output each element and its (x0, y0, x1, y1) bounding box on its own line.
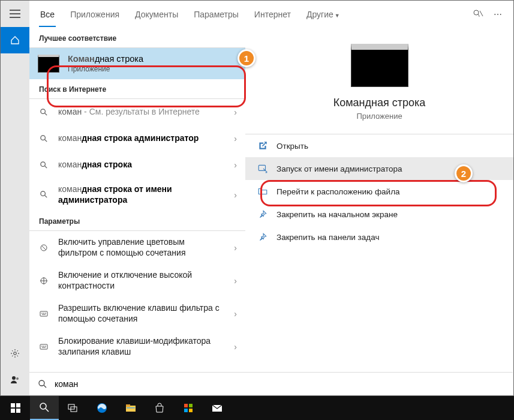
action-pin-taskbar[interactable]: Закрепить на панели задач (245, 226, 513, 248)
web-result-text: коман - См. результаты в Интернете (58, 107, 226, 118)
svg-point-4 (40, 109, 45, 113)
web-result[interactable]: командная строка администратор› (29, 125, 245, 152)
section-settings: Параметры (29, 211, 245, 231)
tab-apps[interactable]: Приложения (69, 7, 121, 22)
pin-taskbar-icon (257, 232, 268, 242)
settings-result-text: Блокирование клавиши-модификатора залипа… (58, 336, 226, 357)
settings-result-text: Включение и отключение высокой контрастн… (58, 270, 226, 291)
svg-rect-26 (189, 404, 193, 407)
web-result-text: командная строка (58, 160, 226, 170)
settings-result[interactable]: Блокирование клавиши-модификатора залипа… (29, 330, 245, 363)
tab-internet[interactable]: Интернет (253, 7, 292, 22)
tab-bar: Все Приложения Документы Параметры Интер… (29, 1, 513, 28)
taskbar-explorer[interactable] (116, 396, 145, 420)
search-icon (38, 379, 47, 389)
cmd-icon (38, 55, 59, 73)
taskbar (0, 396, 514, 420)
settings-result[interactable]: Включить управление цветовым фильтром с … (29, 231, 245, 264)
search-bar[interactable] (29, 372, 513, 395)
chevron-right-icon: › (234, 276, 237, 286)
settings-item-icon (38, 275, 50, 287)
tab-documents[interactable]: Документы (134, 7, 179, 22)
svg-point-5 (40, 135, 45, 140)
pin-start-icon (257, 209, 268, 220)
svg-point-0 (14, 352, 17, 355)
preview-cmd-icon (351, 44, 408, 87)
web-result[interactable]: командная строка от имени администратора… (29, 178, 245, 211)
annotation-badge-1: 1 (238, 49, 256, 67)
action-run-as-admin[interactable]: Запуск от имени администратора (245, 157, 513, 180)
taskbar-edge[interactable] (88, 396, 116, 420)
svg-rect-23 (126, 404, 130, 407)
search-icon (38, 133, 50, 145)
results-panel: Лучшее соответствие Командная строка При… (29, 28, 245, 395)
preview-title: Командная строка (333, 97, 426, 109)
section-best-match: Лучшее соответствие (29, 28, 245, 48)
web-result-text: командная строка администратор (58, 133, 226, 144)
svg-rect-14 (11, 403, 15, 407)
action-open[interactable]: Открыть (245, 134, 513, 157)
settings-item-icon (38, 242, 50, 254)
more-icon[interactable]: ⋯ (492, 8, 504, 20)
svg-rect-28 (189, 409, 193, 412)
svg-rect-15 (16, 403, 20, 407)
web-result[interactable]: коман - См. результаты в Интернете› (29, 99, 245, 125)
settings-item-icon (38, 341, 50, 353)
preview-subtitle: Приложение (356, 112, 402, 121)
search-icon (38, 106, 50, 118)
svg-point-1 (12, 376, 16, 380)
best-match-item[interactable]: Командная строка Приложение (29, 48, 245, 79)
folder-icon (257, 186, 268, 197)
chevron-down-icon: ▼ (335, 13, 340, 19)
svg-rect-25 (184, 404, 188, 407)
chevron-right-icon: › (234, 243, 237, 253)
svg-rect-10 (40, 311, 47, 316)
web-result[interactable]: командная строка› (29, 152, 245, 178)
svg-point-6 (40, 161, 45, 166)
settings-result[interactable]: Разрешить включение клавиш фильтра с пом… (29, 297, 245, 330)
settings-result-text: Разрешить включение клавиш фильтра с пом… (58, 303, 226, 324)
feedback-icon[interactable] (471, 8, 483, 20)
search-icon (38, 189, 50, 201)
svg-point-3 (474, 10, 479, 15)
hamburger-icon[interactable] (1, 1, 29, 27)
annotation-badge-2: 2 (455, 164, 473, 182)
tab-settings[interactable]: Параметры (193, 7, 240, 22)
chevron-right-icon: › (234, 190, 237, 200)
action-pin-start[interactable]: Закрепить на начальном экране (245, 203, 513, 226)
tab-all[interactable]: Все (39, 7, 56, 27)
chevron-right-icon: › (234, 309, 237, 319)
svg-rect-24 (127, 407, 135, 409)
svg-rect-16 (11, 409, 15, 413)
settings-item-icon (38, 308, 50, 320)
settings-icon[interactable] (1, 340, 29, 367)
svg-rect-17 (16, 409, 20, 413)
search-input[interactable] (55, 379, 504, 389)
taskbar-store[interactable] (145, 396, 174, 420)
tab-other[interactable]: Другие▼ (305, 7, 341, 22)
action-open-location[interactable]: Перейти к расположению файла (245, 180, 513, 203)
start-button[interactable] (1, 396, 30, 420)
svg-point-2 (16, 377, 19, 380)
open-icon (257, 140, 268, 151)
svg-rect-27 (184, 409, 188, 412)
web-result-text: командная строка от имени администратора (58, 184, 226, 205)
settings-result-text: Включить управление цветовым фильтром с … (58, 237, 226, 258)
chevron-right-icon: › (234, 160, 237, 170)
home-icon[interactable] (1, 27, 29, 53)
chevron-right-icon: › (234, 134, 237, 143)
settings-result[interactable]: Включение и отключение высокой контрастн… (29, 264, 245, 297)
section-web-search: Поиск в Интернете (29, 79, 245, 99)
taskbar-task-view[interactable] (59, 396, 88, 420)
taskbar-mail[interactable] (203, 396, 232, 420)
search-icon (38, 159, 50, 171)
account-icon[interactable] (1, 367, 29, 393)
chevron-right-icon: › (234, 107, 237, 117)
svg-point-13 (39, 380, 44, 386)
taskbar-search[interactable] (30, 396, 59, 420)
svg-rect-11 (40, 344, 47, 349)
taskbar-ms[interactable] (174, 396, 203, 420)
preview-panel: Командная строка Приложение Открыть Запу… (245, 28, 513, 395)
admin-icon (257, 163, 268, 174)
chevron-right-icon: › (234, 342, 237, 352)
